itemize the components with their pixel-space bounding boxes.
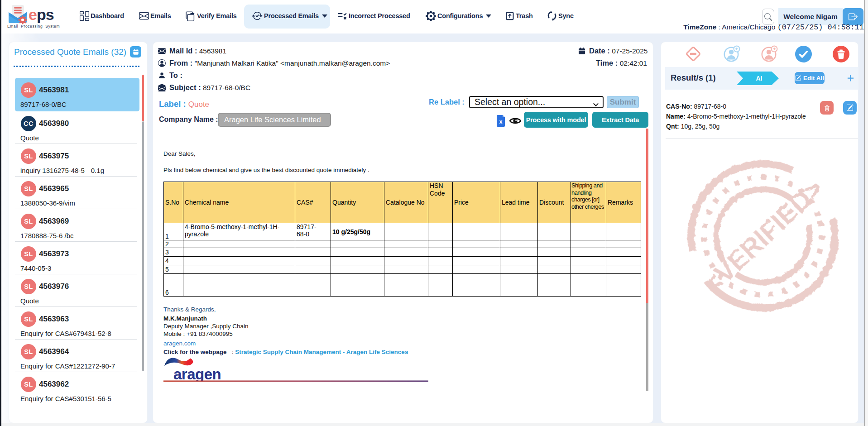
svg-text:x: x: [499, 119, 503, 125]
svg-text:aragen: aragen: [173, 366, 221, 382]
